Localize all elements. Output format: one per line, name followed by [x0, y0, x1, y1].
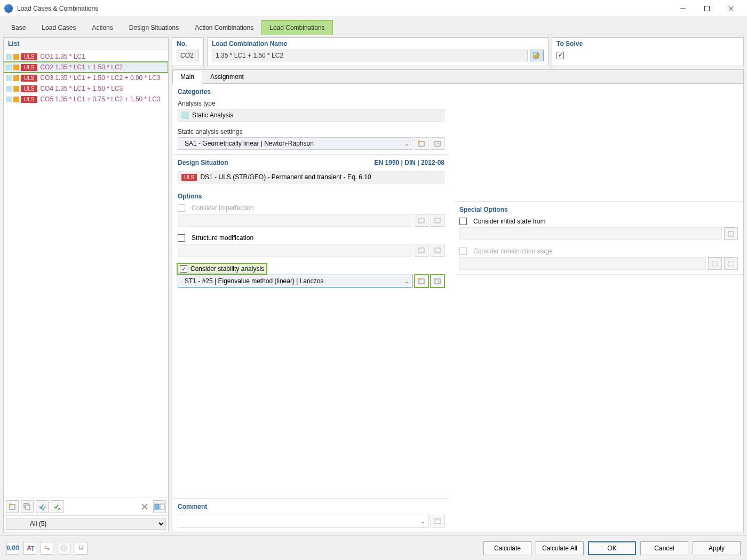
titlebar: Load Cases & Combinations — [0, 0, 747, 17]
svg-rect-1 — [704, 6, 709, 11]
close-button[interactable] — [719, 0, 743, 17]
app-icon — [4, 4, 13, 13]
window-title: Load Cases & Combinations — [17, 5, 671, 12]
maximize-button[interactable] — [695, 0, 719, 17]
minimize-button[interactable] — [671, 0, 695, 17]
